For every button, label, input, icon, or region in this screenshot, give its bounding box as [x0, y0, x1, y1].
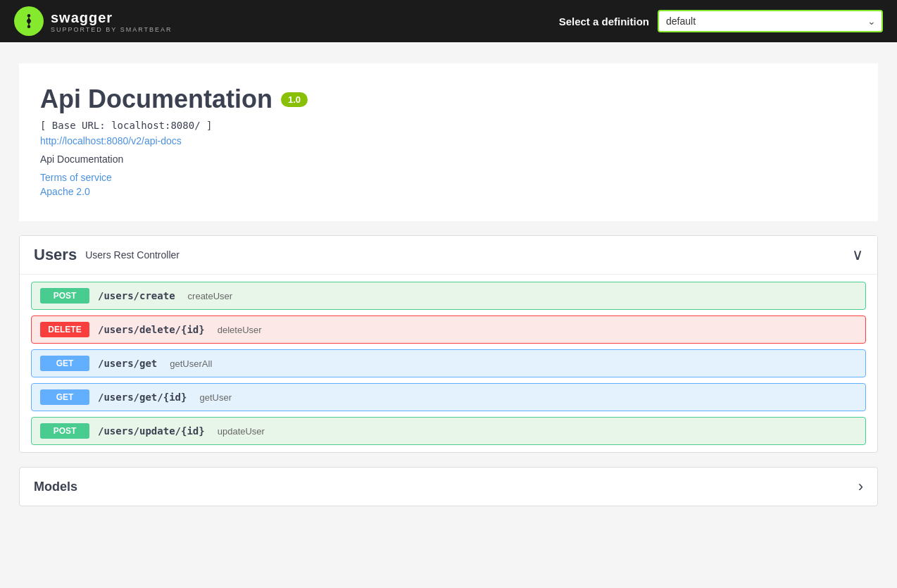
header-brand: swagger SUPPORTED BY SMARTBEAR [14, 6, 172, 36]
method-badge-post: POST [40, 288, 89, 304]
models-title: Models [34, 480, 77, 494]
endpoint-summary: updateUser [218, 426, 265, 437]
main-content: Api Documentation 1.0 [ Base URL: localh… [5, 42, 892, 527]
endpoint-path: /users/create [98, 290, 175, 301]
definition-select[interactable]: default [658, 10, 883, 32]
endpoint-row[interactable]: DELETE /users/delete/{id} deleteUser [31, 315, 866, 344]
endpoints-list: POST /users/create createUser DELETE /us… [20, 274, 877, 452]
swagger-title: swagger [51, 10, 172, 26]
endpoint-summary: createUser [188, 291, 233, 301]
version-badge: 1.0 [281, 92, 308, 107]
swagger-subtitle: SUPPORTED BY SMARTBEAR [51, 26, 172, 33]
users-section-title: Users [34, 246, 77, 264]
terms-of-service-link[interactable]: Terms of service [40, 172, 857, 183]
api-title-row: Api Documentation 1.0 [40, 85, 857, 114]
models-chevron-icon: › [858, 477, 863, 496]
endpoint-summary: deleteUser [218, 325, 262, 335]
method-badge-post: POST [40, 423, 89, 439]
swagger-logo [14, 6, 44, 36]
header-definition: Select a definition default ⌄ [559, 10, 883, 32]
swagger-title-block: swagger SUPPORTED BY SMARTBEAR [51, 10, 172, 33]
endpoint-row[interactable]: GET /users/get/{id} getUser [31, 383, 866, 411]
endpoint-row[interactable]: GET /users/get getUserAll [31, 349, 866, 377]
users-section: Users Users Rest Controller ∨ POST /user… [19, 235, 878, 453]
endpoint-path: /users/delete/{id} [98, 324, 205, 335]
endpoint-summary: getUser [199, 392, 232, 403]
method-badge-get: GET [40, 389, 89, 405]
users-section-header[interactable]: Users Users Rest Controller ∨ [20, 236, 877, 274]
svg-point-1 [27, 14, 30, 17]
api-info-section: Api Documentation 1.0 [ Base URL: localh… [19, 63, 878, 221]
license-link[interactable]: Apache 2.0 [40, 186, 857, 197]
svg-point-2 [27, 25, 30, 28]
method-badge-delete: DELETE [40, 322, 89, 337]
users-chevron-icon: ∨ [852, 246, 863, 264]
base-url: [ Base URL: localhost:8080/ ] [40, 120, 857, 131]
endpoint-path: /users/get [98, 358, 157, 369]
header: swagger SUPPORTED BY SMARTBEAR Select a … [0, 0, 897, 42]
method-badge-get: GET [40, 356, 89, 371]
definition-label: Select a definition [559, 15, 649, 27]
api-description: Api Documentation [40, 154, 857, 165]
users-section-subtitle: Users Rest Controller [85, 249, 180, 261]
models-section: Models › [19, 467, 878, 506]
endpoint-path: /users/update/{id} [98, 425, 205, 437]
endpoint-row[interactable]: POST /users/update/{id} updateUser [31, 417, 866, 445]
api-title: Api Documentation [40, 85, 272, 114]
definition-select-wrapper: default ⌄ [658, 10, 883, 32]
endpoint-path: /users/get/{id} [98, 392, 187, 403]
endpoint-row[interactable]: POST /users/create createUser [31, 282, 866, 310]
users-title-group: Users Users Rest Controller [34, 246, 180, 264]
endpoint-summary: getUserAll [170, 358, 212, 369]
models-section-header[interactable]: Models › [20, 468, 877, 506]
api-docs-link[interactable]: http://localhost:8080/v2/api-docs [40, 135, 857, 146]
